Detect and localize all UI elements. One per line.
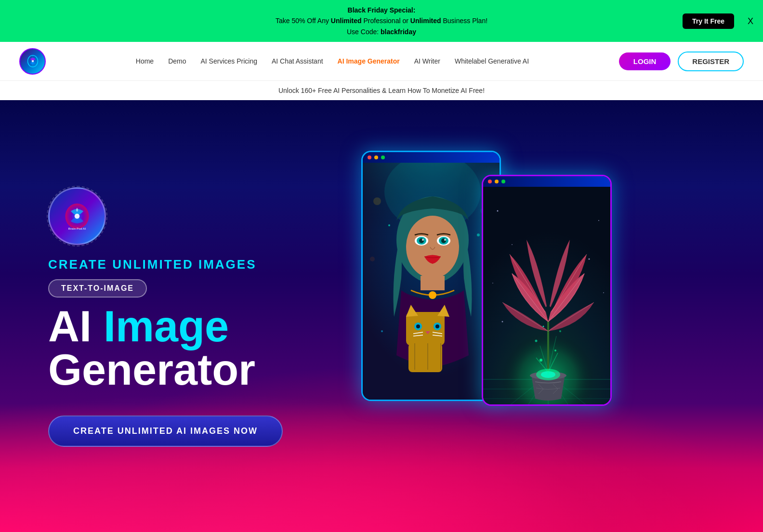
- hero-left: Brain Pod AI CREATE UNLIMITED IMAGES TEX…: [48, 187, 337, 447]
- phone-2-bar: [483, 176, 610, 187]
- svg-point-58: [539, 359, 542, 362]
- phone-2-image: [483, 187, 610, 404]
- svg-point-27: [435, 324, 439, 328]
- dot-green-2: [501, 180, 505, 183]
- svg-point-42: [477, 234, 480, 236]
- svg-point-39: [370, 257, 375, 261]
- phone-mockup-1: [361, 151, 501, 401]
- phone-1-image: [363, 163, 500, 400]
- svg-point-37: [373, 197, 381, 205]
- sub-banner-text: Unlock 160+ Free AI Personalities & Lear…: [278, 87, 485, 94]
- svg-point-60: [535, 340, 538, 342]
- nav-home[interactable]: Home: [136, 57, 154, 65]
- dot-yellow-1: [374, 156, 378, 159]
- svg-point-75: [598, 220, 599, 221]
- svg-point-79: [603, 292, 604, 293]
- svg-rect-33: [408, 343, 442, 372]
- nav-writer[interactable]: AI Writer: [414, 57, 440, 65]
- banner-headline: Black Friday Special:: [348, 6, 416, 14]
- svg-point-41: [388, 224, 390, 226]
- svg-point-17: [422, 239, 424, 241]
- svg-point-77: [589, 259, 590, 260]
- announcement-banner: Black Friday Special: Take 50% Off Any U…: [0, 0, 763, 42]
- svg-rect-19: [421, 276, 445, 290]
- nav-image-generator[interactable]: AI Image Generator: [338, 57, 400, 65]
- hero-section: Brain Pod AI CREATE UNLIMITED IMAGES TEX…: [0, 100, 763, 532]
- register-button[interactable]: REGISTER: [678, 52, 744, 71]
- dot-red-1: [368, 156, 371, 159]
- text-to-image-badge: TEXT-TO-IMAGE: [48, 279, 147, 298]
- logo-circle: [19, 48, 46, 75]
- hero-title-cyan: Image: [104, 302, 229, 350]
- svg-point-20: [429, 291, 436, 299]
- banner-bold-2: Unlimited: [410, 17, 441, 25]
- hero-right: [337, 136, 715, 497]
- phone-1-bar: [363, 152, 500, 163]
- svg-point-10: [406, 216, 459, 278]
- dot-yellow-2: [495, 180, 499, 183]
- svg-point-74: [497, 210, 499, 212]
- svg-point-18: [444, 239, 446, 241]
- svg-point-78: [492, 283, 493, 284]
- nav-pricing[interactable]: AI Services Pricing: [200, 57, 257, 65]
- try-free-button[interactable]: Try It Free: [683, 13, 734, 29]
- svg-point-76: [512, 244, 513, 245]
- banner-code: blackfriday: [381, 28, 416, 36]
- svg-point-57: [541, 371, 555, 378]
- svg-point-61: [559, 330, 561, 332]
- nav-chat[interactable]: AI Chat Assistant: [272, 57, 323, 65]
- svg-point-59: [554, 350, 556, 351]
- dot-red-2: [488, 180, 492, 183]
- login-button[interactable]: LOGIN: [619, 52, 671, 70]
- svg-point-4: [75, 213, 80, 219]
- hero-brand-logo: Brain Pod AI: [48, 187, 106, 245]
- ai-woman-background: [363, 163, 500, 400]
- svg-text:Brain Pod AI: Brain Pod AI: [68, 227, 86, 230]
- nav-demo[interactable]: Demo: [168, 57, 186, 65]
- hero-title: AI Image Generator: [48, 305, 318, 391]
- svg-point-43: [381, 330, 383, 332]
- sub-banner: Unlock 160+ Free AI Personalities & Lear…: [0, 80, 763, 100]
- cta-button[interactable]: CREATE UNLIMITED AI IMAGES NOW: [48, 415, 283, 447]
- hero-title-generator: Generator: [48, 346, 255, 394]
- banner-bold-1: Unlimited: [331, 17, 362, 25]
- dot-green-1: [381, 156, 385, 159]
- svg-point-25: [416, 324, 420, 328]
- hero-title-white: AI: [48, 302, 104, 350]
- close-icon[interactable]: X: [748, 16, 753, 26]
- nav-actions: LOGIN REGISTER: [619, 52, 744, 71]
- svg-point-3: [66, 203, 89, 229]
- svg-point-80: [502, 321, 503, 323]
- nav-links: Home Demo AI Services Pricing AI Chat As…: [55, 57, 609, 65]
- hero-create-label: CREATE UNLIMITED IMAGES: [48, 257, 318, 272]
- phone-mockup-2: [482, 175, 612, 406]
- navbar: Home Demo AI Services Pricing AI Chat As…: [0, 42, 763, 80]
- logo[interactable]: [19, 48, 46, 75]
- banner-text: Black Friday Special: Take 50% Off Any U…: [10, 5, 753, 37]
- nav-whitelabel[interactable]: Whitelabel Generative AI: [455, 57, 529, 65]
